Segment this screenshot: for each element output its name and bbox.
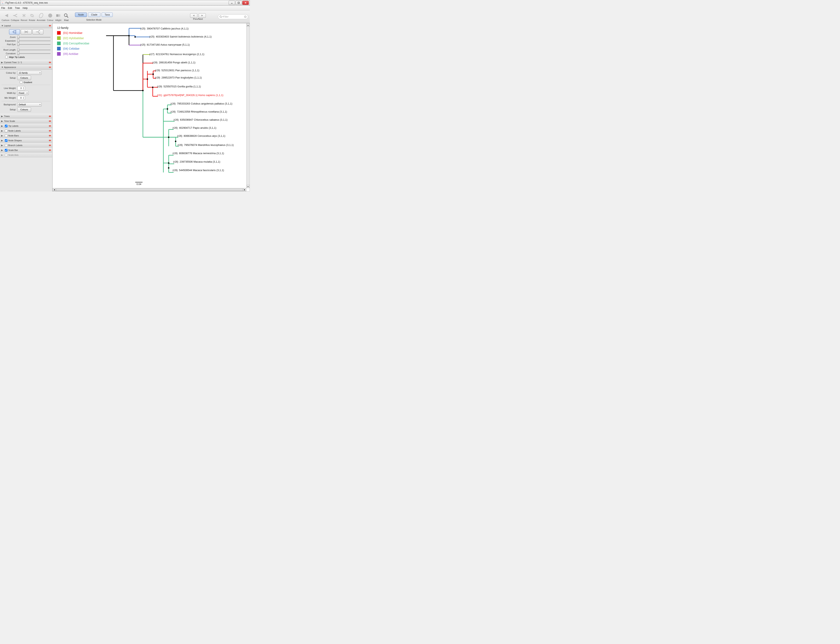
pin-icon[interactable]: 📌	[47, 119, 51, 123]
tip-label[interactable]: (r29) 525507015 Gorilla gorilla (1,1,1)	[157, 85, 201, 88]
panel-scalebar-header[interactable]: ▶Scale Bar📌	[0, 148, 52, 153]
panel-nodeshapes-header[interactable]: ▶Node Shapes📌	[0, 138, 52, 143]
tip-label[interactable]: (r26) 635036947 Chlorocebus sabaeus (3,1…	[174, 118, 228, 121]
curvature-slider[interactable]	[17, 52, 51, 55]
tip-label[interactable]: (r26) 239735506 Macaca mulatta (3,1,1)	[173, 160, 220, 163]
tool-cartoon[interactable]: Cartoon	[2, 12, 10, 21]
tip-label[interactable]: (r26) 795076074 Mandrillus leucophaeus (…	[178, 143, 234, 146]
panel-appearance-header[interactable]: ▼ Appearance 📌	[0, 65, 52, 70]
lineweight-spinner[interactable]: ▲▼	[17, 86, 25, 90]
pin-icon[interactable]: 📌	[47, 124, 51, 128]
panel-layout-header[interactable]: ▼ Layout 📌	[0, 23, 52, 28]
pin-icon[interactable]: 📌	[47, 133, 51, 137]
menu-tree[interactable]: Tree	[15, 7, 20, 10]
tip-label[interactable]: (r28) 289191459 Pongo abelii (1,1,1)	[152, 61, 195, 64]
expansion-slider[interactable]	[17, 39, 51, 42]
tool-annotate[interactable]: Annotate	[37, 12, 46, 21]
bg-colours-button[interactable]: Colours	[17, 107, 31, 112]
horizontal-scrollbar[interactable]: ◀ ▶	[52, 188, 246, 191]
tool-colour[interactable]: Colour	[47, 12, 54, 21]
tip-label[interactable]: (r26) 402904717 Papio anubis (3,1,1)	[172, 126, 216, 129]
tip-label[interactable]: (r27) 821324761 Nomascus leucogenys (2,1…	[149, 53, 205, 56]
panel-nodebars-header[interactable]: ▶Node Bars📌	[0, 133, 52, 138]
filter-input[interactable]: ▾ Filter	[218, 14, 248, 19]
tool-reroot[interactable]: Reroot	[21, 12, 28, 21]
clear-icon[interactable]	[244, 15, 247, 18]
panel-trees-header[interactable]: ▶Trees📌	[0, 114, 52, 118]
search-icon	[219, 15, 222, 18]
pin-icon[interactable]: 📌	[47, 114, 51, 118]
widthby-combo[interactable]: Fixed	[17, 91, 29, 95]
tip-label[interactable]: (r29) 525313831 Pan paniscus (1,1,1)	[155, 69, 199, 72]
tip-label[interactable]: (r26) 724813358 Rhinopithecus roxellana …	[170, 110, 227, 113]
tool-hilight[interactable]: Hilight	[55, 12, 62, 21]
collapse-arrow-icon: ▼	[1, 25, 3, 27]
nodelabels-check[interactable]	[5, 130, 7, 132]
nodeshapes-check[interactable]	[5, 139, 7, 142]
nodebars-check[interactable]	[5, 135, 7, 137]
panel-tiplabels-header[interactable]: ▶Tip Labels📌	[0, 123, 52, 128]
vertical-scrollbar[interactable]: ▲ ▼	[246, 23, 250, 188]
pin-icon[interactable]: 📌	[47, 60, 51, 64]
tip-label[interactable]: (r29) 299522973 Pan troglodytes (1,1,1)	[155, 76, 202, 79]
colours-button[interactable]: Colours	[17, 76, 31, 80]
menu-edit[interactable]: Edit	[8, 7, 12, 10]
minweight-spinner[interactable]: ▲▼	[17, 96, 25, 100]
app-icon	[1, 1, 4, 5]
maximize-button[interactable]	[236, 1, 242, 5]
mode-clade[interactable]: Clade	[88, 13, 100, 17]
titlebar: FigTree v1.4.0 - 4757876_seq_tree.nex	[0, 0, 250, 6]
tip-label[interactable]: (r25) 817347160 Aotus nancymaae (5,1,1)	[140, 43, 190, 46]
align-tip-labels-check[interactable]	[5, 56, 8, 58]
svg-point-5	[64, 14, 67, 16]
pin-icon[interactable]: 📌	[47, 138, 51, 142]
collapse-arrow-icon: ▼	[1, 66, 3, 68]
tool-collapse[interactable]: Collapse	[11, 12, 20, 21]
minimize-button[interactable]	[229, 1, 235, 5]
menu-help[interactable]: Help	[23, 7, 28, 10]
tree-style-polar[interactable]	[21, 29, 32, 34]
scaleaxis-check[interactable]	[5, 154, 7, 156]
rotate-icon	[29, 12, 36, 19]
panel-timescale-header[interactable]: ▶Time Scale📌	[0, 118, 52, 123]
tip-label[interactable]: (r31) gi|4757876|ref|NP_004326.1| Homo s…	[157, 94, 223, 97]
next-button[interactable]	[198, 13, 206, 18]
panel-nodelabels-header[interactable]: ▶Node Labels📌	[0, 128, 52, 133]
tree-style-rectangular[interactable]	[9, 29, 20, 34]
fisheye-slider[interactable]	[17, 43, 51, 46]
background-combo[interactable]: Default	[17, 102, 41, 107]
zoom-slider[interactable]	[17, 36, 51, 39]
menu-file[interactable]: File	[1, 7, 5, 10]
tiplabels-check[interactable]	[5, 125, 7, 127]
mode-taxa[interactable]: Taxa	[102, 13, 113, 17]
pin-icon[interactable]: 📌	[47, 148, 51, 152]
pin-icon[interactable]: 📌	[47, 24, 51, 28]
rootlength-slider[interactable]	[17, 48, 51, 51]
panel-currenttree-header[interactable]: ▶ Current Tree: 1 / 1 📌	[0, 60, 52, 65]
panel-branchlabels-header[interactable]: ▶Branch Labels📌	[0, 143, 52, 148]
tip-label[interactable]: (r26) 806638776 Macaca nemestrina (3,1,1…	[172, 152, 224, 155]
scalebar-check[interactable]	[5, 149, 7, 151]
gradient-check[interactable]	[20, 81, 22, 84]
svg-line-8	[221, 17, 222, 18]
tip-label[interactable]: (r25) 403303403 Saimiri boliviensis boli…	[149, 35, 212, 38]
tip-label[interactable]: (r26) 795333263 Colobus angolensis palli…	[170, 102, 233, 105]
prev-button[interactable]	[190, 13, 197, 18]
pin-icon[interactable]: 📌	[47, 65, 51, 69]
tip-label[interactable]: (r25) 390478707 Callithrix jacchus (4,1,…	[140, 27, 188, 30]
svg-point-7	[220, 16, 221, 17]
branchlabels-check[interactable]	[5, 144, 7, 147]
pin-icon[interactable]: 📌	[47, 143, 51, 147]
close-button[interactable]	[242, 1, 249, 5]
tree-canvas[interactable]: 12-family (01) Hominidae(02) Hylobatidae…	[52, 23, 250, 191]
colourby-combo[interactable]: 12-family	[17, 71, 41, 75]
tree-style-radial[interactable]	[33, 29, 43, 34]
pin-icon[interactable]: 📌	[47, 129, 51, 133]
mode-node[interactable]: Node	[75, 13, 87, 17]
panel-scaleaxis-header[interactable]: ▶Scale Axis	[0, 153, 52, 158]
panel-layout-body: Zoom: Expansion: Fish Eye: Root Length: …	[0, 28, 52, 60]
tool-find[interactable]: Find	[63, 12, 70, 21]
tip-label[interactable]: (r26) 544509544 Macaca fascicularis (3,1…	[172, 169, 224, 172]
tool-rotate[interactable]: Rotate	[29, 12, 36, 21]
tip-label[interactable]: (r26) 806638828 Cercocebus atys (3,1,1)	[177, 135, 225, 137]
